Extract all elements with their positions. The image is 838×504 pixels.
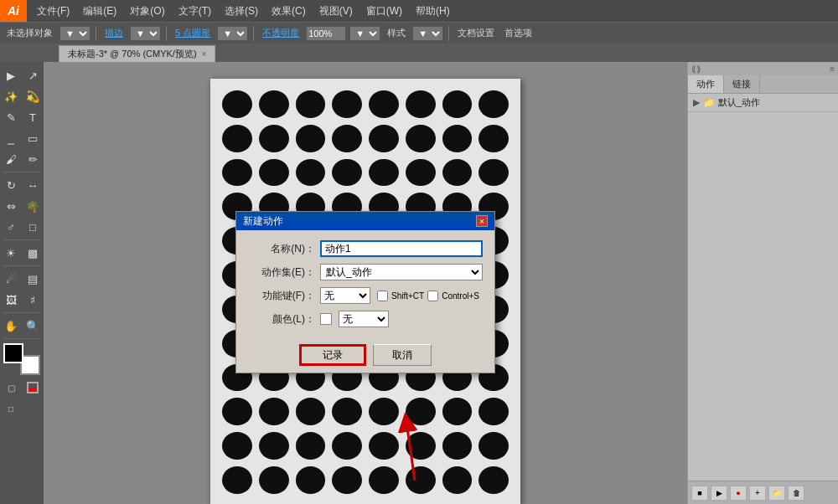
normal-mode[interactable]: ▢ (0, 378, 22, 398)
tool-row-6: ↻ ↔ (0, 175, 44, 195)
panel-menu-icon[interactable]: ≡ (830, 64, 835, 74)
menu-object[interactable]: 对象(O) (123, 0, 171, 22)
color-preview (320, 313, 332, 325)
selection-tool[interactable]: ▶ (0, 65, 22, 85)
symbol-sprayer-tool[interactable]: ☀ (0, 243, 22, 263)
panel-footer: ■ ▶ ● + 📁 🗑 (688, 481, 838, 504)
opacity-label: 不透明度 (259, 26, 303, 40)
opacity-input[interactable] (306, 26, 346, 41)
ai-logo: Ai (0, 0, 27, 22)
lasso-tool[interactable]: 💫 (22, 86, 44, 106)
selection-dropdown[interactable]: ▼ (59, 26, 91, 41)
reflect-tool[interactable]: ↔ (22, 175, 44, 195)
toolbar-sep-2 (166, 26, 167, 41)
color-swatches (3, 343, 40, 375)
new-action-dialog: 新建动作 × 名称(N)： 动作集(E)： 默认_动作 (235, 211, 495, 373)
doc-settings-btn[interactable]: 文档设置 (454, 26, 498, 40)
action-set-select[interactable]: 默认_动作 (320, 264, 483, 280)
warp-tool[interactable]: 🌴 (22, 196, 44, 216)
tool-row-1: ▶ ↗ (0, 65, 44, 85)
new-action-button[interactable]: + (749, 486, 766, 501)
rect-tool[interactable]: ▭ (22, 128, 44, 148)
menu-effect[interactable]: 效果(C) (265, 0, 313, 22)
rotate-tool[interactable]: ↻ (0, 175, 22, 195)
name-input[interactable] (320, 240, 483, 257)
prefs-btn[interactable]: 首选项 (501, 26, 535, 40)
menu-items: 文件(F) 编辑(E) 对象(O) 文字(T) 选择(S) 效果(C) 视图(V… (27, 0, 457, 22)
record-button[interactable]: 记录 (299, 344, 366, 366)
menu-view[interactable]: 视图(V) (313, 0, 360, 22)
paintbrush-tool[interactable]: 🖌 (0, 149, 22, 169)
dialog-footer: 记录 取消 (236, 337, 494, 373)
menu-text[interactable]: 文字(T) (172, 0, 218, 22)
play-button[interactable]: ▶ (711, 486, 727, 501)
record-action-button[interactable]: ● (730, 486, 747, 501)
dialog-titlebar: 新建动作 × (236, 212, 494, 230)
blend-tool[interactable]: ♯ (22, 290, 44, 310)
style-dropdown[interactable]: ▼ (412, 26, 443, 41)
toolbox-sep-4 (3, 312, 40, 313)
tab-close-btn[interactable]: × (202, 49, 207, 59)
tool-row-8: ♂ □ (0, 217, 44, 237)
menu-file[interactable]: 文件(F) (30, 0, 76, 22)
svg-line-1 (406, 422, 415, 481)
dialog-close-button[interactable]: × (476, 215, 488, 227)
hand-tool[interactable]: ✋ (0, 316, 22, 336)
ctrl-checkbox[interactable] (427, 291, 438, 301)
tool-row-3: ✎ T (0, 107, 44, 127)
gradient-tool[interactable]: ▤ (22, 269, 44, 289)
menu-edit[interactable]: 编辑(E) (76, 0, 123, 22)
function-key-select[interactable]: 无 (320, 287, 370, 304)
arrow-annotation (381, 405, 448, 489)
menu-help[interactable]: 帮助(H) (409, 0, 457, 22)
dialog-action-set-row: 动作集(E)： 默认_动作 (248, 264, 483, 280)
stroke-dropdown[interactable]: ▼ (130, 26, 161, 41)
free-transform-tool[interactable]: □ (22, 217, 44, 237)
artboard-tool[interactable]: □ (0, 399, 22, 419)
tabbar: 未标题-3* @ 70% (CMYK/预览) × (0, 44, 838, 62)
fg-color-swatch[interactable] (3, 343, 23, 363)
point-shape-dropdown[interactable]: ▼ (217, 26, 248, 41)
mesh-tool[interactable]: ☄ (0, 269, 22, 289)
checkbox-row: Shift+CT Control+S (377, 291, 479, 301)
toolbar-sep-4 (448, 26, 449, 41)
menu-select[interactable]: 选择(S) (218, 0, 265, 22)
dialog-function-key-row: 功能键(F)： 无 Shift+CT Control+S (248, 287, 483, 304)
dialog-title: 新建动作 (243, 214, 283, 229)
links-tab[interactable]: 链接 (724, 75, 760, 93)
actions-tab[interactable]: 动作 (688, 75, 724, 93)
scale-tool[interactable]: ⇔ (0, 196, 22, 216)
toolbox: ▶ ↗ ✨ 💫 ✎ T ⎯ ▭ 🖌 ✏ ↻ ↔ ⇔ 🌴 ♂ □ (0, 62, 44, 504)
eyedropper-tool[interactable]: 🖼 (0, 290, 22, 310)
line-tool[interactable]: ⎯ (0, 128, 22, 148)
style-label: 样式 (384, 26, 409, 40)
document-tab[interactable]: 未标题-3* @ 70% (CMYK/预览) × (59, 45, 215, 62)
tool-row-7: ⇔ 🌴 (0, 196, 44, 216)
color-select[interactable]: 无 (339, 311, 389, 327)
column-graph-tool[interactable]: ▩ (22, 243, 44, 263)
menu-window[interactable]: 窗口(W) (360, 0, 409, 22)
panel-header: ▶ 📁 默认_动作 (688, 94, 838, 112)
panel-expand-icon[interactable]: ▶ (693, 97, 700, 108)
width-tool[interactable]: ♂ (0, 217, 22, 237)
direct-selection-tool[interactable]: ↗ (22, 65, 44, 85)
pen-tool[interactable]: ✎ (0, 107, 22, 127)
screen-mode[interactable] (22, 378, 44, 398)
tab-title: 未标题-3* @ 70% (CMYK/预览) (68, 48, 197, 60)
panel-folder-icon: 📁 (703, 97, 715, 108)
magic-wand-tool[interactable]: ✨ (0, 86, 22, 106)
pencil-tool[interactable]: ✏ (22, 149, 44, 169)
cancel-button[interactable]: 取消 (373, 344, 432, 366)
type-tool[interactable]: T (22, 107, 44, 127)
new-set-button[interactable]: 📁 (768, 486, 785, 501)
delete-button[interactable]: 🗑 (788, 486, 804, 501)
color-label: 颜色(L)： (248, 312, 315, 327)
shift-checkbox[interactable] (377, 291, 388, 301)
stop-button[interactable]: ■ (691, 486, 708, 501)
ctrl-label: Control+S (442, 291, 479, 301)
toolbar: 未选择对象 ▼ 描边 ▼ 5 点圆形 ▼ 不透明度 ▼ 样式 ▼ 文档设置 首选… (0, 22, 838, 44)
zoom-tool[interactable]: 🔍 (22, 316, 44, 336)
tool-row-11: 🖼 ♯ (0, 290, 44, 310)
opacity-dropdown[interactable]: ▼ (349, 26, 380, 41)
dialog-body: 名称(N)： 动作集(E)： 默认_动作 功能键(F)： (236, 230, 494, 337)
